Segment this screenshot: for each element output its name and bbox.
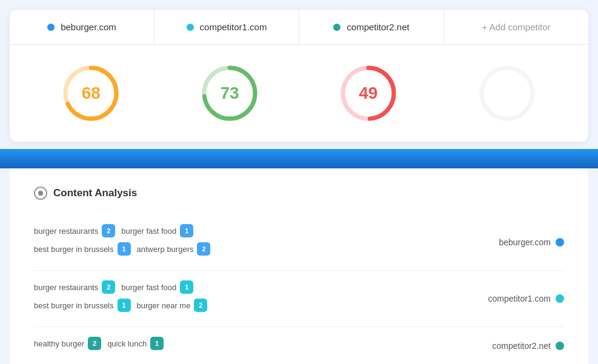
tab-label-competitor1: competitor1.com bbox=[200, 22, 267, 32]
tab-label-beburger: beburger.com bbox=[61, 22, 116, 32]
score-value: 68 bbox=[82, 84, 101, 103]
keyword-tag: antwerp burgers2 bbox=[137, 242, 211, 256]
keyword-badge: 2 bbox=[102, 224, 115, 237]
tab-dot-beburger bbox=[47, 24, 55, 31]
site-label: competitor2.net bbox=[443, 341, 564, 351]
keyword-text: burger restaurants bbox=[34, 283, 98, 292]
site-dot bbox=[556, 238, 564, 247]
content-rows: burger restaurants2burger fast food1best… bbox=[34, 214, 564, 364]
keyword-tag: best burger in brussels1 bbox=[34, 242, 131, 256]
keyword-group: healthy burger2quick lunch1 bbox=[34, 337, 443, 355]
content-analysis-icon bbox=[34, 187, 47, 200]
keyword-text: antwerp burgers bbox=[137, 245, 194, 254]
content-row: burger restaurants2burger fast food1best… bbox=[34, 271, 564, 327]
keyword-text: best burger in brussels bbox=[34, 245, 114, 254]
score-value: 73 bbox=[221, 84, 239, 103]
keyword-text: burger restaurants bbox=[34, 227, 98, 236]
keyword-text: burger fast food bbox=[121, 283, 176, 292]
site-name: competitor1.com bbox=[488, 294, 551, 303]
keyword-text: burger near me bbox=[137, 301, 191, 310]
site-name: beburger.com bbox=[499, 237, 551, 247]
score-item-score-beburger: 68 bbox=[22, 63, 161, 124]
keyword-badge: 1 bbox=[150, 337, 164, 350]
keyword-badge: 2 bbox=[88, 337, 101, 350]
content-row: burger restaurants2burger fast food1best… bbox=[34, 214, 564, 271]
score-item-score-add bbox=[437, 63, 576, 124]
keyword-tag: burger near me2 bbox=[137, 299, 208, 312]
keyword-badge: 1 bbox=[180, 224, 193, 237]
site-dot bbox=[556, 294, 564, 303]
keyword-tag: best burger in brussels1 bbox=[34, 299, 131, 312]
keyword-text: healthy burger bbox=[34, 339, 84, 348]
content-row: healthy burger2quick lunch1competitor2.n… bbox=[34, 327, 564, 364]
tab-beburger[interactable]: beburger.com bbox=[10, 10, 154, 44]
score-item-score-competitor1: 73 bbox=[161, 63, 299, 124]
score-value: 49 bbox=[359, 84, 377, 103]
keyword-badge: 2 bbox=[194, 299, 207, 312]
tab-dot-competitor1 bbox=[187, 24, 194, 31]
tabs-bar: beburger.comcompetitor1.comcompetitor2.n… bbox=[10, 10, 588, 45]
keyword-badge: 1 bbox=[180, 280, 193, 294]
keyword-line: burger restaurants2burger fast food1 bbox=[34, 280, 443, 294]
keyword-tag: healthy burger2 bbox=[34, 337, 101, 350]
tab-add[interactable]: + Add competitor bbox=[444, 10, 588, 44]
circle-score-competitor1: 73 bbox=[199, 63, 260, 124]
keyword-tag: burger restaurants2 bbox=[34, 280, 115, 294]
site-name: competitor2.net bbox=[493, 341, 551, 351]
scores-section: 68 73 49 bbox=[10, 45, 588, 142]
site-label: competitor1.com bbox=[443, 294, 564, 303]
content-analysis-section: Content Analysis burger restaurants2burg… bbox=[10, 168, 588, 364]
section-title: Content Analysis bbox=[53, 187, 137, 199]
tab-dot-competitor2 bbox=[333, 24, 341, 31]
circle-score-competitor2: 49 bbox=[338, 63, 399, 124]
keyword-text: best burger in brussels bbox=[34, 301, 114, 310]
keyword-tag: quick lunch1 bbox=[107, 337, 164, 350]
tab-label-competitor2: competitor2.net bbox=[347, 22, 409, 32]
keyword-tag: burger restaurants2 bbox=[34, 224, 115, 237]
keyword-line: best burger in brussels1burger near me2 bbox=[34, 299, 443, 312]
svg-point-6 bbox=[482, 68, 533, 119]
keyword-badge: 1 bbox=[118, 242, 131, 256]
keyword-tag: burger fast food1 bbox=[121, 280, 193, 294]
wave-divider bbox=[0, 149, 598, 168]
site-dot bbox=[556, 342, 564, 350]
keyword-badge: 2 bbox=[197, 242, 210, 256]
site-label: beburger.com bbox=[443, 237, 564, 247]
tab-label-add: + Add competitor bbox=[482, 22, 551, 32]
tab-competitor2[interactable]: competitor2.net bbox=[299, 10, 444, 44]
keyword-text: burger fast food bbox=[121, 227, 176, 236]
circle-score-add bbox=[477, 63, 537, 124]
keyword-badge: 2 bbox=[102, 280, 115, 294]
keyword-text: quick lunch bbox=[107, 339, 147, 348]
circle-score-beburger: 68 bbox=[61, 63, 121, 124]
keyword-line: best burger in brussels1antwerp burgers2 bbox=[34, 242, 443, 256]
keyword-line: healthy burger2quick lunch1 bbox=[34, 337, 443, 350]
score-item-score-competitor2: 49 bbox=[299, 63, 438, 124]
tab-competitor1[interactable]: competitor1.com bbox=[154, 10, 299, 44]
keyword-badge: 1 bbox=[118, 299, 131, 312]
keyword-tag: burger fast food1 bbox=[121, 224, 193, 237]
keyword-group: burger restaurants2burger fast food1best… bbox=[34, 224, 443, 260]
keyword-group: burger restaurants2burger fast food1best… bbox=[34, 280, 443, 317]
keyword-line: burger restaurants2burger fast food1 bbox=[34, 224, 443, 237]
section-header: Content Analysis bbox=[34, 187, 564, 200]
